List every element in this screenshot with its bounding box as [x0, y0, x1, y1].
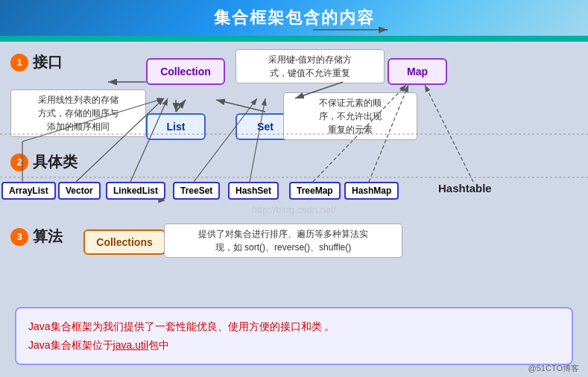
info-box: Java集合框架为我们提供了一套性能优良、使用方便的接口和类 。 Java集合框… [15, 307, 573, 365]
section-algorithms: 3 算法 [10, 226, 63, 247]
section-label-interfaces: 接口 [33, 52, 63, 72]
section-label-algorithms: 算法 [33, 226, 63, 247]
class-treeset: TreeSet [173, 182, 220, 200]
section-num-3: 3 [10, 228, 28, 246]
class-arraylist: ArrayList [1, 182, 56, 200]
watermark: http://blog.csdn.net/ [252, 204, 336, 215]
section-num-1: 1 [10, 54, 28, 72]
header-banner: 集合框架包含的内容 [0, 0, 588, 36]
section-classes: 2 具体类 [10, 152, 78, 172]
attribution: @51CTO博客 [528, 363, 579, 374]
map-box: Map [388, 58, 447, 85]
teal-bar [0, 36, 588, 42]
callout-collection: 采用键-值对的存储方 式，键值不允许重复 [235, 49, 385, 83]
collections-box: Collections [83, 229, 165, 255]
class-linkedlist: LinkedList [106, 182, 165, 200]
class-hashset: HashSet [228, 182, 279, 200]
info-line1: Java集合框架为我们提供了一套性能优良、使用方便的接口和类 。 [28, 317, 560, 336]
main-area: http://blog.csdn.net/ 1 接口 2 具体类 3 算法 Co… [0, 42, 588, 377]
header-title: 集合框架包含的内容 [214, 7, 375, 29]
list-box: List [146, 113, 206, 140]
info-line2-underline: java.util [113, 339, 148, 351]
callout-set: 不保证元素的顺 序，不允许出现 重复的元素 [283, 92, 417, 140]
class-hashmap: HashMap [344, 182, 399, 200]
class-hashtable: Hashtable [438, 182, 492, 194]
class-treemap: TreeMap [289, 182, 341, 200]
info-line2: Java集合框架位于java.util包中 [28, 336, 560, 355]
section-num-2: 2 [10, 153, 28, 171]
section-label-classes: 具体类 [33, 152, 78, 172]
callout-algo: 提供了对集合进行排序、遍历等多种算法实 现，如 sort()、reverse()… [164, 224, 402, 258]
section-interfaces: 1 接口 [10, 52, 63, 72]
collection-box: Collection [146, 58, 225, 85]
class-vector: Vector [58, 182, 101, 200]
callout-list: 采用线性列表的存储 方式，存储的顺序与 添加的顺序相同 [10, 89, 146, 137]
